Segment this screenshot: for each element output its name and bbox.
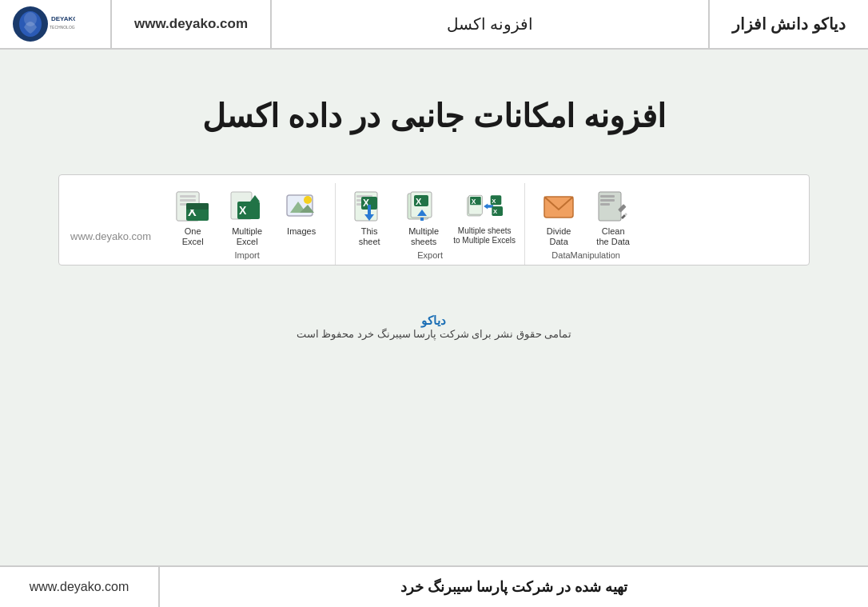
clean-data-icon bbox=[595, 188, 631, 225]
svg-text:X: X bbox=[416, 197, 422, 206]
import-items: X OneExcel X bbox=[167, 188, 327, 247]
ribbon-watermark: www.deyako.com bbox=[70, 230, 151, 242]
svg-rect-46 bbox=[600, 199, 615, 202]
header: DEYAKO TECHNOLOGIES www.deyako.com افزون… bbox=[0, 0, 868, 50]
main-content: افزونه امکانات جانبی در داده اکسل www.de… bbox=[0, 50, 868, 565]
page-title: افزونه امکانات جانبی در داده اکسل bbox=[202, 98, 666, 134]
this-sheet-icon: X bbox=[351, 188, 388, 225]
divide-data-icon bbox=[540, 188, 577, 225]
svg-text:TECHNOLOGIES: TECHNOLOGIES bbox=[50, 25, 75, 30]
this-sheet-label: Thissheet bbox=[359, 226, 380, 247]
svg-text:X: X bbox=[493, 208, 498, 215]
svg-text:X: X bbox=[472, 198, 476, 206]
footer-text: تهیه شده در شرکت پارسا سیبرنگ خرد bbox=[160, 567, 868, 607]
svg-rect-7 bbox=[180, 195, 196, 198]
divide-data-label: DivideData bbox=[547, 226, 571, 247]
rights-text: تمامی حقوق نشر برای شرکت پارسا سیبرنگ خر… bbox=[297, 328, 572, 340]
multiple-sheets-button[interactable]: X Multiplesheets bbox=[398, 188, 449, 247]
footer-bar: www.deyako.com تهیه شده در شرکت پارسا سی… bbox=[0, 565, 868, 607]
import-label: Import bbox=[167, 247, 327, 265]
images-button[interactable]: Images bbox=[276, 188, 327, 237]
images-icon bbox=[283, 188, 320, 225]
svg-rect-8 bbox=[180, 199, 196, 202]
clean-data-button[interactable]: Cleanthe Data bbox=[587, 188, 639, 247]
svg-rect-45 bbox=[600, 195, 615, 198]
ribbon-content: www.deyako.com bbox=[59, 175, 809, 265]
multiple-sheets-label: Multiplesheets bbox=[408, 226, 439, 247]
multiple-sheets-excels-label: Multiple sheetsto Multiple Excels bbox=[453, 226, 516, 246]
one-excel-label: OneExcel bbox=[182, 226, 204, 247]
deyako-logo: DEYAKO TECHNOLOGIES bbox=[11, 5, 75, 43]
svg-rect-33 bbox=[420, 218, 424, 221]
ribbon-group-export: X Thissheet bbox=[336, 183, 525, 265]
ribbon-box: www.deyako.com bbox=[58, 174, 810, 266]
this-sheet-button[interactable]: X Thissheet bbox=[344, 188, 395, 247]
datamanip-items: DivideData bbox=[533, 188, 639, 247]
header-title: افزونه اکسل bbox=[272, 0, 708, 48]
svg-text:X: X bbox=[239, 204, 247, 217]
multiple-excel-button[interactable]: X MultipleExcel bbox=[221, 188, 273, 247]
multiple-excel-icon: X bbox=[229, 188, 265, 225]
images-label: Images bbox=[287, 226, 316, 237]
svg-text:DEYAKO: DEYAKO bbox=[51, 15, 75, 22]
clean-data-label: Cleanthe Data bbox=[596, 226, 630, 247]
svg-rect-47 bbox=[600, 203, 610, 206]
export-label: Export bbox=[344, 247, 516, 265]
header-brand: دیاکو دانش افزار bbox=[708, 0, 868, 48]
datamanip-label: DataManipulation bbox=[533, 247, 639, 265]
multiple-sheets-excels-button[interactable]: X X X Multiple sheetsto Multiple Excels bbox=[452, 188, 516, 246]
footer-url: www.deyako.com bbox=[0, 567, 160, 607]
ribbon-group-datamanip: DivideData bbox=[525, 183, 647, 265]
divide-data-button[interactable]: DivideData bbox=[533, 188, 584, 247]
svg-text:X: X bbox=[492, 198, 497, 205]
logo-area: DEYAKO TECHNOLOGIES bbox=[0, 0, 112, 48]
svg-point-20 bbox=[304, 196, 312, 204]
ribbon-group-import: X OneExcel X bbox=[159, 183, 336, 265]
svg-rect-12 bbox=[186, 203, 209, 210]
footer-note: دیاکو تمامی حقوق نشر برای شرکت پارسا سیب… bbox=[297, 313, 572, 340]
multiple-sheets-excels-icon: X X X bbox=[466, 188, 503, 225]
one-excel-button[interactable]: X OneExcel bbox=[167, 188, 218, 247]
multiple-excel-label: MultipleExcel bbox=[232, 226, 262, 247]
one-excel-icon: X bbox=[174, 188, 211, 225]
multiple-sheets-icon: X bbox=[405, 188, 442, 225]
company-name: دیاکو bbox=[297, 313, 572, 328]
header-site-url: www.deyako.com bbox=[112, 0, 272, 48]
export-items: X Thissheet bbox=[344, 188, 516, 247]
